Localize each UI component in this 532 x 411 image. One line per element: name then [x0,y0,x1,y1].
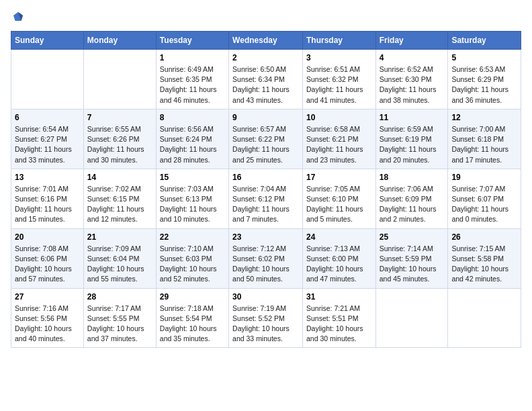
cell-content: Sunrise: 7:00 AM Sunset: 6:18 PM Dayligh… [451,124,517,165]
calendar-table: SundayMondayTuesdayWednesdayThursdayFrid… [11,31,521,348]
weekday-header-saturday: Saturday [448,32,521,50]
day-number: 14 [87,173,152,182]
weekday-header-thursday: Thursday [302,32,375,50]
cell-content: Sunrise: 7:07 AM Sunset: 6:07 PM Dayligh… [451,184,517,225]
day-number: 27 [15,292,80,302]
calendar-week-row: 6Sunrise: 6:54 AM Sunset: 6:27 PM Daylig… [11,109,521,169]
cell-content: Sunrise: 6:51 AM Sunset: 6:32 PM Dayligh… [306,64,372,105]
weekday-header-wednesday: Wednesday [229,32,303,50]
cell-content: Sunrise: 6:58 AM Sunset: 6:21 PM Dayligh… [306,124,372,165]
calendar-cell: 23Sunrise: 7:12 AM Sunset: 6:02 PM Dayli… [229,228,303,288]
cell-content: Sunrise: 7:09 AM Sunset: 6:04 PM Dayligh… [87,244,152,285]
cell-content: Sunrise: 6:52 AM Sunset: 6:30 PM Dayligh… [380,64,445,105]
cell-content: Sunrise: 7:01 AM Sunset: 6:16 PM Dayligh… [15,184,80,225]
cell-content: Sunrise: 7:10 AM Sunset: 6:03 PM Dayligh… [160,244,225,285]
calendar-cell: 22Sunrise: 7:10 AM Sunset: 6:03 PM Dayli… [156,228,228,288]
cell-content: Sunrise: 6:59 AM Sunset: 6:19 PM Dayligh… [380,124,445,165]
day-number: 24 [306,232,372,242]
day-number: 12 [451,113,517,122]
cell-content: Sunrise: 7:04 AM Sunset: 6:12 PM Dayligh… [232,184,299,225]
cell-content: Sunrise: 6:57 AM Sunset: 6:22 PM Dayligh… [232,124,299,165]
cell-content: Sunrise: 7:12 AM Sunset: 6:02 PM Dayligh… [232,244,299,285]
cell-content: Sunrise: 7:13 AM Sunset: 6:00 PM Dayligh… [306,244,372,285]
cell-content: Sunrise: 6:50 AM Sunset: 6:34 PM Dayligh… [232,64,299,105]
calendar-cell: 19Sunrise: 7:07 AM Sunset: 6:07 PM Dayli… [448,169,521,228]
cell-content: Sunrise: 7:02 AM Sunset: 6:15 PM Dayligh… [87,184,152,225]
day-number: 29 [160,292,225,302]
cell-content: Sunrise: 7:18 AM Sunset: 5:54 PM Dayligh… [160,304,225,345]
day-number: 16 [232,173,299,182]
cell-content: Sunrise: 6:55 AM Sunset: 6:26 PM Dayligh… [87,124,152,165]
calendar-cell: 4Sunrise: 6:52 AM Sunset: 6:30 PM Daylig… [375,50,448,109]
day-number: 10 [306,113,372,122]
calendar-cell: 17Sunrise: 7:05 AM Sunset: 6:10 PM Dayli… [302,169,375,228]
day-number: 1 [160,53,225,62]
cell-content: Sunrise: 7:08 AM Sunset: 6:06 PM Dayligh… [15,244,80,285]
calendar-cell: 7Sunrise: 6:55 AM Sunset: 6:26 PM Daylig… [83,109,156,169]
weekday-header-row: SundayMondayTuesdayWednesdayThursdayFrid… [11,32,521,50]
cell-content: Sunrise: 6:53 AM Sunset: 6:29 PM Dayligh… [451,64,517,105]
cell-content: Sunrise: 6:49 AM Sunset: 6:35 PM Dayligh… [160,64,225,105]
weekday-header-friday: Friday [375,32,448,50]
cell-content: Sunrise: 7:05 AM Sunset: 6:10 PM Dayligh… [306,184,372,225]
cell-content: Sunrise: 6:54 AM Sunset: 6:27 PM Dayligh… [15,124,80,165]
day-number: 5 [451,53,517,62]
calendar-week-row: 20Sunrise: 7:08 AM Sunset: 6:06 PM Dayli… [11,228,521,288]
calendar-week-row: 1Sunrise: 6:49 AM Sunset: 6:35 PM Daylig… [11,50,521,109]
weekday-header-tuesday: Tuesday [156,32,228,50]
day-number: 30 [232,292,299,302]
cell-content: Sunrise: 7:21 AM Sunset: 5:51 PM Dayligh… [306,304,372,345]
calendar-cell [448,288,521,348]
cell-content: Sunrise: 7:15 AM Sunset: 5:58 PM Dayligh… [451,244,517,285]
cell-content: Sunrise: 7:19 AM Sunset: 5:52 PM Dayligh… [232,304,299,345]
calendar-cell [375,288,448,348]
day-number: 13 [15,173,80,182]
calendar-cell: 27Sunrise: 7:16 AM Sunset: 5:56 PM Dayli… [11,288,84,348]
day-number: 20 [15,232,80,242]
day-number: 18 [380,173,445,182]
day-number: 22 [160,232,225,242]
day-number: 31 [306,292,372,302]
calendar-cell: 5Sunrise: 6:53 AM Sunset: 6:29 PM Daylig… [448,50,521,109]
calendar-cell: 26Sunrise: 7:15 AM Sunset: 5:58 PM Dayli… [448,228,521,288]
cell-content: Sunrise: 7:06 AM Sunset: 6:09 PM Dayligh… [380,184,445,225]
calendar-cell [83,50,156,109]
calendar-cell: 18Sunrise: 7:06 AM Sunset: 6:09 PM Dayli… [375,169,448,228]
cell-content: Sunrise: 6:56 AM Sunset: 6:24 PM Dayligh… [160,124,225,165]
day-number: 26 [451,232,517,242]
day-number: 25 [380,232,445,242]
calendar-cell: 24Sunrise: 7:13 AM Sunset: 6:00 PM Dayli… [302,228,375,288]
calendar-cell: 3Sunrise: 6:51 AM Sunset: 6:32 PM Daylig… [302,50,375,109]
day-number: 6 [15,113,80,122]
calendar-cell: 11Sunrise: 6:59 AM Sunset: 6:19 PM Dayli… [375,109,448,169]
day-number: 21 [87,232,152,242]
page-header [11,11,521,23]
cell-content: Sunrise: 7:16 AM Sunset: 5:56 PM Dayligh… [15,304,80,345]
calendar-cell [11,50,84,109]
day-number: 11 [380,113,445,122]
day-number: 7 [87,113,152,122]
calendar-cell: 15Sunrise: 7:03 AM Sunset: 6:13 PM Dayli… [156,169,228,228]
day-number: 28 [87,292,152,302]
day-number: 23 [232,232,299,242]
cell-content: Sunrise: 7:14 AM Sunset: 5:59 PM Dayligh… [380,244,445,285]
weekday-header-monday: Monday [83,32,156,50]
day-number: 9 [232,113,299,122]
calendar-cell: 1Sunrise: 6:49 AM Sunset: 6:35 PM Daylig… [156,50,228,109]
calendar-week-row: 27Sunrise: 7:16 AM Sunset: 5:56 PM Dayli… [11,288,521,348]
day-number: 3 [306,53,372,62]
calendar-cell: 25Sunrise: 7:14 AM Sunset: 5:59 PM Dayli… [375,228,448,288]
calendar-cell: 21Sunrise: 7:09 AM Sunset: 6:04 PM Dayli… [83,228,156,288]
calendar-cell: 28Sunrise: 7:17 AM Sunset: 5:55 PM Dayli… [83,288,156,348]
cell-content: Sunrise: 7:03 AM Sunset: 6:13 PM Dayligh… [160,184,225,225]
calendar-cell: 8Sunrise: 6:56 AM Sunset: 6:24 PM Daylig… [156,109,228,169]
calendar-cell: 14Sunrise: 7:02 AM Sunset: 6:15 PM Dayli… [83,169,156,228]
calendar-cell: 10Sunrise: 6:58 AM Sunset: 6:21 PM Dayli… [302,109,375,169]
calendar-cell: 13Sunrise: 7:01 AM Sunset: 6:16 PM Dayli… [11,169,84,228]
logo-icon [12,11,24,23]
calendar-cell: 12Sunrise: 7:00 AM Sunset: 6:18 PM Dayli… [448,109,521,169]
calendar-cell: 16Sunrise: 7:04 AM Sunset: 6:12 PM Dayli… [229,169,303,228]
day-number: 4 [380,53,445,62]
weekday-header-sunday: Sunday [11,32,84,50]
day-number: 8 [160,113,225,122]
